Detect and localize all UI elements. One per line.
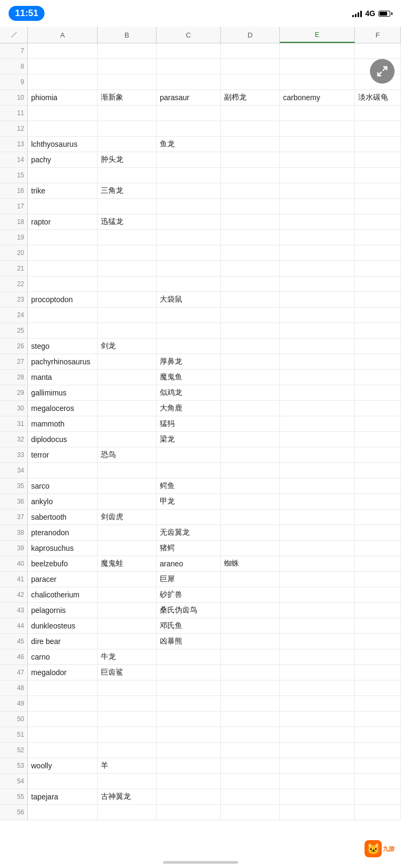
cell-d51[interactable]: [221, 727, 280, 742]
table-row[interactable]: 22: [0, 276, 401, 292]
cell-e14[interactable]: [280, 152, 355, 167]
cell-c38[interactable]: 无齿翼龙: [157, 525, 221, 540]
cell-a24[interactable]: [28, 308, 98, 323]
cell-f13[interactable]: [355, 137, 401, 152]
table-row[interactable]: 18raptor迅猛龙: [0, 214, 401, 230]
cell-f30[interactable]: [355, 401, 401, 416]
cell-c18[interactable]: [157, 214, 221, 229]
cell-c19[interactable]: [157, 230, 221, 245]
cell-f34[interactable]: [355, 463, 401, 478]
cell-c29[interactable]: 似鸡龙: [157, 385, 221, 400]
cell-d42[interactable]: [221, 587, 280, 602]
cell-d47[interactable]: [221, 665, 280, 680]
table-row[interactable]: 50: [0, 712, 401, 727]
cell-c31[interactable]: 猛犸: [157, 416, 221, 431]
cell-f31[interactable]: [355, 416, 401, 431]
cell-f23[interactable]: [355, 292, 401, 307]
cell-d14[interactable]: [221, 152, 280, 167]
cell-e39[interactable]: [280, 541, 355, 556]
cell-c8[interactable]: [157, 59, 221, 74]
cell-f33[interactable]: [355, 447, 401, 462]
cell-e37[interactable]: [280, 510, 355, 525]
cell-e25[interactable]: [280, 323, 355, 338]
cell-c41[interactable]: 巨犀: [157, 572, 221, 587]
cell-a46[interactable]: carno: [28, 649, 98, 664]
cell-a9[interactable]: [28, 74, 98, 89]
cell-b30[interactable]: [98, 401, 157, 416]
cell-e51[interactable]: [280, 727, 355, 742]
cell-f36[interactable]: [355, 494, 401, 509]
cell-b43[interactable]: [98, 603, 157, 618]
cell-e54[interactable]: [280, 774, 355, 789]
table-row[interactable]: 40beelzebufo魔鬼蛙araneo蜘蛛: [0, 556, 401, 572]
cell-f53[interactable]: [355, 758, 401, 773]
cell-d50[interactable]: [221, 712, 280, 727]
cell-e27[interactable]: [280, 354, 355, 369]
cell-d21[interactable]: [221, 261, 280, 276]
cell-b54[interactable]: [98, 774, 157, 789]
cell-d31[interactable]: [221, 416, 280, 431]
cell-a39[interactable]: kaprosuchus: [28, 541, 98, 556]
cell-a33[interactable]: terror: [28, 447, 98, 462]
table-row[interactable]: 23procoptodon大袋鼠: [0, 292, 401, 308]
cell-a25[interactable]: [28, 323, 98, 338]
cell-f28[interactable]: [355, 370, 401, 385]
cell-f35[interactable]: [355, 478, 401, 493]
cell-b20[interactable]: [98, 245, 157, 260]
cell-f51[interactable]: [355, 727, 401, 742]
cell-e52[interactable]: [280, 743, 355, 758]
cell-c49[interactable]: [157, 696, 221, 711]
cell-f26[interactable]: [355, 339, 401, 354]
cell-f21[interactable]: [355, 261, 401, 276]
cell-a11[interactable]: [28, 106, 98, 121]
col-header-d[interactable]: D: [221, 27, 280, 43]
cell-d20[interactable]: [221, 245, 280, 260]
table-row[interactable]: 33terror恐鸟: [0, 447, 401, 463]
cell-f15[interactable]: [355, 168, 401, 183]
cell-c56[interactable]: [157, 805, 221, 820]
cell-c25[interactable]: [157, 323, 221, 338]
cell-a52[interactable]: [28, 743, 98, 758]
cell-c36[interactable]: 甲龙: [157, 494, 221, 509]
table-row[interactable]: 42chalicotherium砂扩兽: [0, 587, 401, 603]
cell-c39[interactable]: 猪鳄: [157, 541, 221, 556]
cell-a36[interactable]: ankylo: [28, 494, 98, 509]
expand-button[interactable]: [370, 59, 395, 84]
cell-c53[interactable]: [157, 758, 221, 773]
cell-b10[interactable]: 渐新象: [98, 90, 157, 105]
cell-a18[interactable]: raptor: [28, 214, 98, 229]
cell-e44[interactable]: [280, 618, 355, 633]
cell-d17[interactable]: [221, 199, 280, 214]
cell-f47[interactable]: [355, 665, 401, 680]
table-row[interactable]: 25: [0, 323, 401, 339]
cell-e45[interactable]: [280, 634, 355, 649]
cell-f46[interactable]: [355, 649, 401, 664]
cell-c24[interactable]: [157, 308, 221, 323]
cell-b9[interactable]: [98, 74, 157, 89]
cell-d36[interactable]: [221, 494, 280, 509]
cell-b17[interactable]: [98, 199, 157, 214]
cell-e22[interactable]: [280, 276, 355, 291]
cell-e24[interactable]: [280, 308, 355, 323]
cell-c35[interactable]: 鳄鱼: [157, 478, 221, 493]
cell-e35[interactable]: [280, 478, 355, 493]
cell-e32[interactable]: [280, 432, 355, 447]
cell-e40[interactable]: [280, 556, 355, 571]
col-header-e[interactable]: E: [280, 27, 355, 43]
cell-c11[interactable]: [157, 106, 221, 121]
cell-d41[interactable]: [221, 572, 280, 587]
col-header-c[interactable]: C: [157, 27, 221, 43]
cell-b47[interactable]: 巨齿鲨: [98, 665, 157, 680]
cell-e34[interactable]: [280, 463, 355, 478]
table-row[interactable]: 47megalodor巨齿鲨: [0, 665, 401, 680]
cell-f20[interactable]: [355, 245, 401, 260]
cell-b18[interactable]: 迅猛龙: [98, 214, 157, 229]
cell-f10[interactable]: 淡水碳龟: [355, 90, 401, 105]
cell-d46[interactable]: [221, 649, 280, 664]
cell-d27[interactable]: [221, 354, 280, 369]
cell-e43[interactable]: [280, 603, 355, 618]
table-row[interactable]: 53woolly羊: [0, 758, 401, 774]
cell-b48[interactable]: [98, 680, 157, 695]
table-row[interactable]: 45dire bear凶暴熊: [0, 634, 401, 649]
cell-e17[interactable]: [280, 199, 355, 214]
